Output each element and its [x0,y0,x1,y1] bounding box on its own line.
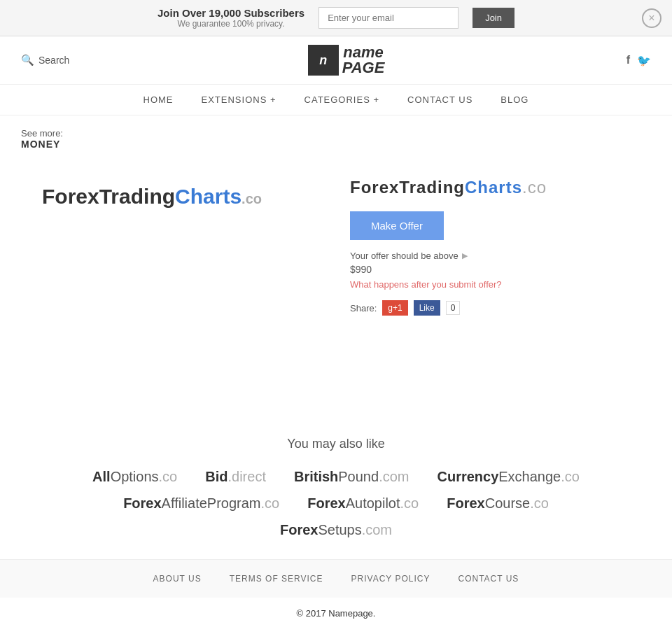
offer-hint-text: Your offer should be above [350,251,458,261]
breadcrumb: See more: MONEY [0,115,672,150]
domain-info: ForexTradingCharts.co Make Offer Your of… [350,171,630,409]
offer-price: $990 [350,264,630,275]
related-row-3: ForexSetups.com [280,522,392,538]
footer-about[interactable]: ABOUT US [153,574,202,584]
related-domain-british-pound[interactable]: BritishPound.com [294,469,410,485]
email-input[interactable] [318,7,458,29]
share-area: Share: g+1 Like 0 [350,300,630,316]
logo-area[interactable]: n name PAGE [308,45,388,76]
main-content: ForexTradingCharts.co ForexTradingCharts… [0,150,672,430]
related-domain-alloptions[interactable]: AllOptions.co [92,469,177,485]
related-domain-forex-affiliate[interactable]: ForexAffiliateProgram.co [123,495,279,512]
footer-tos[interactable]: TERMS OF SERVICE [230,574,323,584]
related-domain-forex-autopilot[interactable]: ForexAutopilot.co [307,495,419,512]
close-button[interactable]: × [642,8,662,28]
banner-subtitle: We guarantee 100% privacy. [158,19,304,29]
footer-contact[interactable]: CONTACT US [458,574,519,584]
domain-preview: ForexTradingCharts.co [42,171,322,409]
nav: HOME EXTENSIONS + CATEGORIES + CONTACT U… [0,85,672,115]
header: 🔍 Search n name PAGE û t f 🐦 [0,36,672,85]
related-domain-grid: AllOptions.co Bid.direct BritishPound.co… [21,469,651,538]
join-button[interactable]: Join [472,8,514,28]
footer-privacy[interactable]: PRIVACY POLICY [351,574,430,584]
nav-contact[interactable]: CONTACT US [407,94,472,105]
logo-text: name PAGE [339,45,388,76]
footer-links: ABOUT US TERMS OF SERVICE PRIVACY POLICY… [0,559,672,598]
nav-extensions[interactable]: EXTENSIONS + [202,94,276,105]
related-row-1: AllOptions.co Bid.direct BritishPound.co… [92,469,580,485]
facebook-link[interactable]: f [626,54,630,67]
see-more-label: See more: [21,128,63,139]
nav-home[interactable]: HOME [144,94,174,105]
banner-text: Join Over 19,000 Subscribers We guarante… [158,7,304,29]
like-count: 0 [446,301,461,315]
top-banner: Join Over 19,000 Subscribers We guarante… [0,0,672,36]
make-offer-button[interactable]: Make Offer [350,211,444,240]
gplus-button[interactable]: g+1 [382,300,407,316]
related-domain-forex-course[interactable]: ForexCourse.co [447,495,549,512]
copyright-text: © 2017 [297,608,329,619]
offer-hint: Your offer should be above ▶ [350,251,630,261]
logo-page: PAGE [342,60,385,76]
may-also-like-title: You may also like [21,437,651,451]
domain-logo-image: ForexTradingCharts.co [42,185,262,209]
brand-name: Namepage. [328,608,375,619]
related-domain-forex-setups[interactable]: ForexSetups.com [280,522,392,538]
search-icon: 🔍 [21,54,34,66]
nav-categories[interactable]: CATEGORIES + [304,94,379,105]
related-domain-currency-exchange[interactable]: CurrencyExchange.co [437,469,579,485]
logo-box: n name PAGE [308,45,388,76]
banner-title: Join Over 19,000 Subscribers [158,7,304,19]
fb-like-button[interactable]: Like [414,300,440,316]
logo-icon: n [308,45,339,76]
social-icons: û t f 🐦 [626,54,651,67]
offer-arrow-icon: ▶ [462,251,468,260]
share-label: Share: [350,303,377,314]
breadcrumb-category[interactable]: MONEY [21,139,651,150]
offer-link[interactable]: What happens after you submit offer? [350,279,630,290]
may-also-like-section: You may also like AllOptions.co Bid.dire… [0,430,672,559]
footer-copyright: © 2017 Namepage. [0,598,672,627]
logo-name: name [342,45,385,60]
fb-like-label: Like [419,303,435,313]
search-area[interactable]: 🔍 Search [21,54,69,66]
related-row-2: ForexAffiliateProgram.co ForexAutopilot.… [123,495,549,512]
twitter-link[interactable]: 🐦 [637,54,651,67]
related-domain-bid-direct[interactable]: Bid.direct [205,469,266,485]
domain-title: ForexTradingCharts.co [350,178,630,197]
search-label: Search [38,55,69,66]
nav-blog[interactable]: BLOG [500,94,528,105]
